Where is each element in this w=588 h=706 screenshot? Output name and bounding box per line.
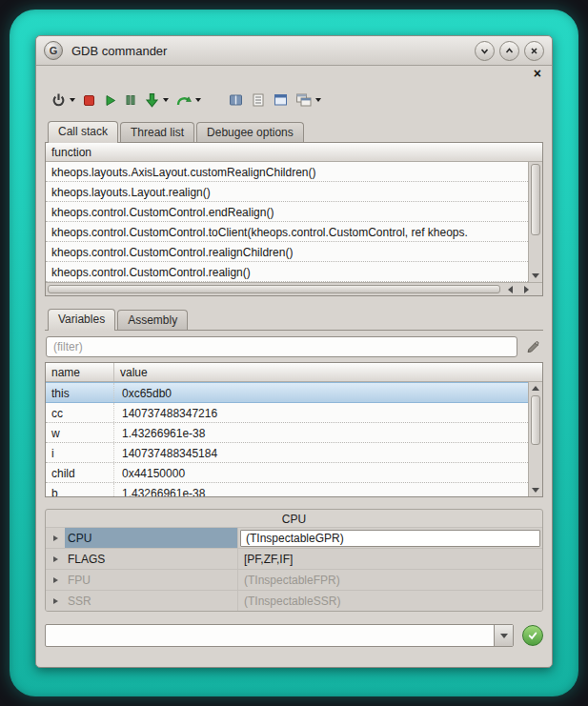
debug-windows-button[interactable] xyxy=(273,90,289,111)
callstack-column-header[interactable]: function xyxy=(46,143,542,162)
chevron-down-icon xyxy=(500,634,508,638)
expander-icon[interactable] xyxy=(46,535,65,541)
scroll-right-icon[interactable] xyxy=(519,283,534,295)
var-name: this xyxy=(46,383,114,402)
tab-thread-list[interactable]: Thread list xyxy=(120,122,194,142)
table-row[interactable]: child 0x44150000 xyxy=(46,463,528,483)
process-windows-dropdown-icon[interactable] xyxy=(315,98,321,102)
table-row[interactable]: i 140737488345184 xyxy=(46,443,528,463)
filter-input[interactable] xyxy=(46,336,517,357)
step-over-button[interactable] xyxy=(175,90,201,111)
scrollbar-thumb[interactable] xyxy=(531,395,540,445)
register-group-name: FLAGS xyxy=(65,549,238,569)
pause-button[interactable] xyxy=(124,90,137,111)
window-title: GDB commander xyxy=(71,44,167,58)
scroll-left-icon[interactable] xyxy=(503,283,517,295)
cpu-row[interactable]: FPU (TInspectableFPR) xyxy=(46,569,542,590)
table-row[interactable]: b 1.43266961e-38 xyxy=(46,483,528,496)
tab-call-stack[interactable]: Call stack xyxy=(48,121,118,143)
combobox-dropdown-button[interactable] xyxy=(494,625,513,646)
var-value: 0xc65db0 xyxy=(114,383,528,402)
variables-header-row: name value xyxy=(46,363,542,382)
scroll-up-icon[interactable] xyxy=(529,382,542,394)
step-over-dropdown-icon[interactable] xyxy=(195,98,201,102)
inspector-tabbar: Variables Assembly xyxy=(45,308,543,331)
pen-icon[interactable] xyxy=(523,337,542,356)
cpu-row[interactable]: SSR (TInspectableSSR) xyxy=(46,590,542,611)
callstack-table: function kheops.layouts.AxisLayout.custo… xyxy=(45,143,543,296)
variables-table: name value this 0xc65db0 cc 140737488347… xyxy=(45,362,543,497)
register-group-value: [PF,ZF,IF] xyxy=(238,553,542,566)
variables-vertical-scrollbar[interactable] xyxy=(528,382,542,496)
process-windows-button[interactable] xyxy=(295,90,321,111)
table-row[interactable]: w 1.43266961e-38 xyxy=(46,423,528,443)
register-group-name: FPU xyxy=(65,570,238,590)
register-group-name: SSR xyxy=(65,591,238,611)
tab-variables[interactable]: Variables xyxy=(48,309,115,331)
callstack-horizontal-scrollbar[interactable] xyxy=(46,282,542,295)
expander-icon[interactable] xyxy=(46,556,65,562)
tab-debugee-options[interactable]: Debugee options xyxy=(196,122,304,142)
variables-rows: this 0xc65db0 cc 140737488347216 w 1.432… xyxy=(46,382,528,496)
command-combobox[interactable] xyxy=(45,624,514,647)
register-group-value: (TInspectableFPR) xyxy=(238,574,542,587)
callstack-vertical-scrollbar[interactable] xyxy=(528,162,542,282)
stop-button[interactable] xyxy=(82,90,96,111)
column-header-value[interactable]: value xyxy=(114,363,542,381)
scroll-down-icon[interactable] xyxy=(529,270,542,282)
expander-icon[interactable] xyxy=(46,577,65,583)
client-area: × xyxy=(36,66,552,667)
app-icon: G xyxy=(44,41,63,60)
callstack-row[interactable]: kheops.control.CustomControl.endRealign(… xyxy=(46,202,528,222)
var-name: w xyxy=(46,423,114,442)
callstack-rows: kheops.layouts.AxisLayout.customRealignC… xyxy=(46,162,528,282)
var-value: 140737488345184 xyxy=(114,443,528,462)
var-name: cc xyxy=(46,403,114,422)
table-row[interactable]: cc 140737488347216 xyxy=(46,403,528,423)
var-value: 1.43266961e-38 xyxy=(114,483,528,496)
callstack-row[interactable]: kheops.layouts.AxisLayout.customRealignC… xyxy=(46,162,528,182)
power-button[interactable] xyxy=(51,90,75,111)
close-button[interactable] xyxy=(524,41,544,61)
gdb-commander-window: G GDB commander × xyxy=(35,35,553,668)
register-group-name: CPU xyxy=(65,528,238,548)
decorative-frame: G GDB commander × xyxy=(10,10,578,696)
scrollbar-thumb[interactable] xyxy=(48,285,500,293)
column-header-name[interactable]: name xyxy=(46,363,114,381)
tab-assembly[interactable]: Assembly xyxy=(117,310,188,330)
table-row[interactable]: this 0xc65db0 xyxy=(46,382,528,403)
stack-tabbar: Call stack Thread list Debugee options xyxy=(45,120,543,143)
register-value-field[interactable]: (TInspectableGPR) xyxy=(240,530,540,547)
register-group-value: (TInspectableSSR) xyxy=(238,595,542,608)
var-value: 140737488347216 xyxy=(114,403,528,422)
callstack-row[interactable]: kheops.layouts.Layout.realign() xyxy=(46,182,528,202)
power-dropdown-icon[interactable] xyxy=(70,98,75,102)
run-button[interactable] xyxy=(103,90,117,111)
callstack-row[interactable]: kheops.control.CustomControl.toClient(kh… xyxy=(46,222,528,242)
var-name: b xyxy=(46,483,114,496)
scroll-down-icon[interactable] xyxy=(529,484,542,496)
callstack-row[interactable]: kheops.control.CustomControl.realign() xyxy=(46,262,528,282)
execute-ok-button[interactable] xyxy=(522,625,543,646)
filter-row xyxy=(46,336,542,357)
cpu-groupbox: CPU CPU (TInspectableGPR) FLAGS [PF,ZF,I… xyxy=(45,509,543,612)
step-into-button[interactable] xyxy=(144,90,169,111)
scrollbar-thumb[interactable] xyxy=(531,164,540,235)
command-input[interactable] xyxy=(50,626,492,645)
cpu-group-title: CPU xyxy=(46,510,542,527)
call-list-button[interactable] xyxy=(251,90,266,111)
titlebar[interactable]: G GDB commander xyxy=(36,36,552,66)
minimize-button[interactable] xyxy=(475,41,495,61)
maximize-button[interactable] xyxy=(499,41,519,61)
debug-toolbar xyxy=(45,82,543,120)
var-value: 1.43266961e-38 xyxy=(114,423,528,442)
var-name: i xyxy=(46,443,114,462)
command-row xyxy=(45,624,543,647)
step-into-dropdown-icon[interactable] xyxy=(163,98,169,102)
watch-book-button[interactable] xyxy=(228,90,244,111)
callstack-row[interactable]: kheops.control.CustomControl.realignChil… xyxy=(46,242,528,262)
cpu-row[interactable]: FLAGS [PF,ZF,IF] xyxy=(46,548,542,569)
expander-icon[interactable] xyxy=(46,598,65,604)
cpu-row[interactable]: CPU (TInspectableGPR) xyxy=(46,527,542,548)
dock-close-icon[interactable]: × xyxy=(534,66,541,81)
